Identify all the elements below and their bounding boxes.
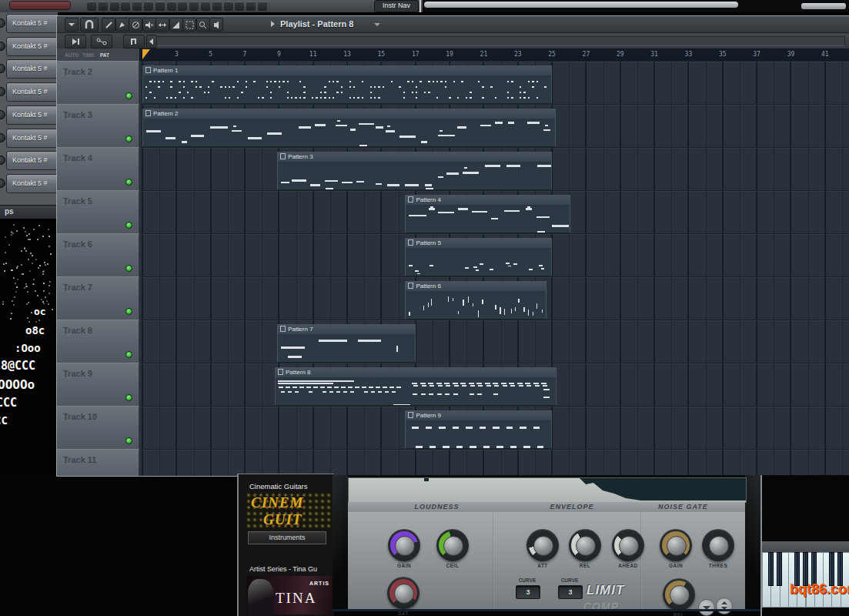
tab-pat[interactable]: PAT <box>100 52 109 58</box>
top-bar-button[interactable] <box>258 2 267 11</box>
rack-knob[interactable] <box>0 42 5 51</box>
channel-button[interactable]: Kontakt 5 # <box>6 174 58 193</box>
top-bar-button[interactable] <box>189 2 199 11</box>
track-led[interactable] <box>125 394 132 401</box>
playlist-scrollbar[interactable] <box>156 36 845 46</box>
rack-knob[interactable] <box>0 179 5 188</box>
top-bar-button[interactable] <box>121 2 130 11</box>
track-header[interactable]: Track 5 <box>57 190 139 234</box>
scrollbar-thumb[interactable] <box>424 2 738 8</box>
knob-cap[interactable] <box>670 585 690 605</box>
track-header[interactable]: Track 7 <box>57 276 139 320</box>
track-led[interactable] <box>125 308 132 315</box>
clip-title-bar[interactable]: Pattern 7 <box>278 325 415 335</box>
clip-title-bar[interactable]: Pattern 5 <box>406 239 551 249</box>
top-bar-button[interactable] <box>155 2 165 11</box>
knob-cap[interactable] <box>576 536 596 556</box>
channel-button[interactable]: Kontakt 5 # <box>6 82 58 102</box>
tab-auto[interactable]: AUTO <box>65 52 79 58</box>
title-dropdown-icon[interactable] <box>374 23 380 26</box>
knob-thres[interactable]: THRES <box>695 529 741 568</box>
tab-time[interactable]: TIME <box>82 52 95 58</box>
curve-value-1[interactable]: 3 <box>516 585 540 599</box>
top-bar-button[interactable] <box>201 2 210 11</box>
knob-cap[interactable] <box>667 536 687 556</box>
track-led[interactable] <box>125 222 132 229</box>
clip-title-bar[interactable]: Pattern 8 <box>276 368 556 378</box>
pattern-clip[interactable]: Pattern 1 <box>142 65 552 104</box>
track-led[interactable] <box>125 351 132 358</box>
track-header[interactable]: Track 3 <box>57 104 139 148</box>
top-fader[interactable] <box>9 1 71 10</box>
clip-title-bar[interactable]: Pattern 4 <box>406 196 570 206</box>
scrollbar-thumb-2[interactable] <box>801 3 846 9</box>
playlist-title[interactable]: Playlist - Pattern 8 <box>280 19 353 28</box>
top-bar-button[interactable] <box>144 2 153 11</box>
channel-button[interactable]: Kontakt 5 # <box>6 105 58 125</box>
kontakt-scrollbar[interactable] <box>423 0 849 12</box>
rack-knob[interactable] <box>0 133 5 142</box>
instruments-button[interactable]: Instruments <box>248 531 326 544</box>
top-bar-button[interactable] <box>167 2 176 11</box>
top-bar-button[interactable] <box>235 2 244 11</box>
top-bar-button[interactable] <box>178 2 187 11</box>
knob-rel[interactable]: REL <box>562 529 608 568</box>
top-bar-button[interactable] <box>246 2 256 11</box>
knob-cap[interactable] <box>443 536 463 556</box>
top-bar-button[interactable] <box>87 2 96 11</box>
channel-button[interactable]: Kontakt 5 # <box>6 59 58 79</box>
clip-title-bar[interactable]: Pattern 2 <box>143 109 555 119</box>
draw-tool[interactable] <box>102 18 115 32</box>
clip-title-bar[interactable]: Pattern 9 <box>406 411 551 421</box>
playlist-start-marker[interactable] <box>142 49 150 59</box>
channel-button[interactable]: Kontakt 5 # <box>6 129 58 148</box>
black-key[interactable] <box>768 552 774 586</box>
zoom-tool[interactable] <box>196 18 210 32</box>
pattern-clip[interactable]: Pattern 7 <box>277 324 416 363</box>
knob-cap[interactable] <box>395 536 415 556</box>
select-tool[interactable] <box>182 18 196 32</box>
track-header[interactable]: Track 10 <box>57 406 139 450</box>
top-bar-button[interactable] <box>224 2 233 11</box>
track-header[interactable]: Track 4 <box>57 147 139 191</box>
pattern-clip[interactable]: Pattern 3 <box>277 152 552 190</box>
instr-nav-button[interactable]: Instr Nav <box>374 0 419 12</box>
rack-knob[interactable] <box>0 64 5 73</box>
knob-gain[interactable]: GAIN <box>653 529 699 568</box>
window-menu-button[interactable] <box>65 18 79 32</box>
black-key[interactable] <box>777 552 782 586</box>
knob-cap[interactable] <box>619 536 639 556</box>
rack-knob[interactable] <box>0 18 5 28</box>
mute-tool[interactable] <box>142 18 156 32</box>
track-header[interactable]: Track 8 <box>57 320 139 363</box>
pattern-clip[interactable]: Pattern 5 <box>405 238 552 276</box>
pattern-clip[interactable]: Pattern 6 <box>405 281 547 320</box>
slide-tool[interactable] <box>169 18 183 32</box>
pattern-clip[interactable]: Pattern 8 <box>275 367 557 406</box>
track-header[interactable]: Track 2 <box>57 61 139 105</box>
clip-title-bar[interactable]: Pattern 1 <box>143 66 551 76</box>
track-led[interactable] <box>125 437 132 444</box>
track-led[interactable] <box>125 265 132 272</box>
pattern-picker-button[interactable] <box>123 35 145 49</box>
picker-panel-button[interactable] <box>65 35 86 49</box>
pattern-clip[interactable]: Pattern 9 <box>405 410 552 449</box>
track-led[interactable] <box>125 179 132 186</box>
limit-tab[interactable]: LIMIT <box>587 583 624 598</box>
rack-knob[interactable] <box>0 87 5 96</box>
slip-tool[interactable] <box>155 18 169 32</box>
top-bar-button[interactable] <box>212 2 222 11</box>
curve-value-2[interactable]: 3 <box>558 585 583 599</box>
knob-ceil[interactable]: CEIL <box>430 529 476 568</box>
knob-gain[interactable]: GAIN <box>381 529 427 568</box>
collapse-button[interactable] <box>698 599 715 616</box>
top-bar-button[interactable] <box>99 2 108 11</box>
knob-ahead[interactable]: AHEAD <box>605 529 651 568</box>
playlist-ruler[interactable]: 357911131517192123252729313335373941 <box>139 49 849 62</box>
pattern-clip[interactable]: Pattern 2 <box>142 109 556 147</box>
automation-button[interactable] <box>91 35 112 49</box>
library2-banner[interactable]: ARTIS TINA <box>246 576 334 614</box>
channel-button[interactable]: Kontakt 5 # <box>6 151 58 170</box>
scroll-left-button[interactable] <box>146 35 157 49</box>
paint-tool[interactable] <box>115 18 129 32</box>
